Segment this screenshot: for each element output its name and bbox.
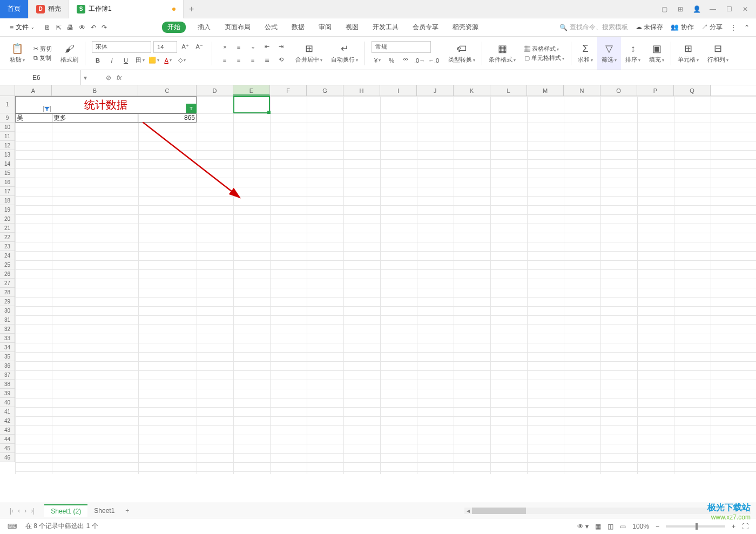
home-tab[interactable]: 首页 (0, 0, 29, 18)
share-button[interactable]: ↗ 分享 (701, 23, 723, 32)
row-14[interactable]: 14 (0, 159, 15, 168)
format-painter-button[interactable]: 🖌格式刷 (56, 37, 83, 70)
col-D[interactable]: D (197, 85, 233, 96)
row-33[interactable]: 33 (0, 334, 15, 343)
align-mid-icon[interactable]: ≡ (233, 42, 245, 52)
sheet-tab-1[interactable]: Sheet1 (2) (44, 504, 87, 517)
file-menu[interactable]: ≡ 文件 ⌄ (6, 21, 38, 34)
zoom-in-icon[interactable]: + (732, 523, 735, 530)
indent-right-icon[interactable]: ⇥ (275, 42, 287, 52)
tab-view[interactable]: 视图 (343, 22, 361, 33)
tab-formula[interactable]: 公式 (262, 22, 280, 33)
more-icon[interactable]: ⋮ (730, 24, 737, 31)
font-name-select[interactable]: 宋体 (92, 41, 151, 53)
minimize-button[interactable]: — (708, 5, 717, 13)
filter-button[interactable]: ▽筛选 (597, 37, 621, 70)
row-19[interactable]: 19 (0, 205, 15, 214)
col-P[interactable]: P (637, 85, 674, 96)
dec-dec-icon[interactable]: ←.0 (428, 55, 440, 66)
row-28[interactable]: 28 (0, 288, 15, 297)
cell-A9[interactable]: 吴 (16, 114, 52, 122)
row-15[interactable]: 15 (0, 168, 15, 178)
new-tab-button[interactable]: + (184, 4, 200, 14)
col-M[interactable]: M (527, 85, 564, 96)
row-11[interactable]: 11 (0, 132, 15, 141)
name-dropdown-icon[interactable]: ▾ (81, 74, 90, 82)
cell-C9[interactable]: 865 (138, 114, 196, 122)
row-22[interactable]: 22 (0, 233, 15, 242)
row-29[interactable]: 29 (0, 297, 15, 306)
zoom-value[interactable]: 100% (632, 523, 649, 530)
horizontal-scrollbar[interactable]: ◂ (464, 508, 751, 514)
workbook-tab[interactable]: S 工作簿1 (69, 0, 184, 18)
italic-icon[interactable]: I (106, 55, 118, 66)
input-mode-icon[interactable]: ⌨ (8, 523, 17, 530)
col-C[interactable]: C (138, 85, 197, 96)
font-color-icon[interactable]: A (162, 55, 174, 66)
sum-button[interactable]: Σ求和 (573, 37, 597, 70)
daoke-tab[interactable]: D稻壳 (29, 0, 69, 18)
row-1[interactable]: 1 (0, 96, 15, 113)
row-31[interactable]: 31 (0, 315, 15, 325)
merge-button[interactable]: ⊞合并居中 (291, 37, 327, 70)
row-20[interactable]: 20 (0, 214, 15, 224)
sheet-next-icon[interactable]: › (24, 507, 26, 515)
view-break-icon[interactable]: ▭ (620, 523, 626, 530)
tab-daoke[interactable]: 稻壳资源 (450, 22, 481, 33)
collapse-ribbon-icon[interactable]: ⌃ (744, 24, 750, 31)
row-17[interactable]: 17 (0, 187, 15, 196)
apps-icon[interactable]: ⊞ (676, 5, 685, 13)
name-box[interactable]: E6 (0, 70, 81, 85)
sheet-last-icon[interactable]: ›| (31, 507, 35, 515)
row-18[interactable]: 18 (0, 196, 15, 205)
avatar-icon[interactable]: 👤 (692, 5, 701, 13)
tab-data[interactable]: 数据 (289, 22, 307, 33)
row-42[interactable]: 42 (0, 416, 15, 425)
percent-icon[interactable]: % (386, 55, 397, 66)
select-all-corner[interactable] (0, 85, 15, 96)
row-46[interactable]: 46 (0, 453, 15, 462)
sort-button[interactable]: ↕排序 (621, 37, 645, 70)
row-32[interactable]: 32 (0, 325, 15, 334)
zoom-slider[interactable] (666, 525, 725, 528)
clear-format-icon[interactable]: ◇ (176, 55, 188, 66)
col-K[interactable]: K (454, 85, 490, 96)
maximize-button[interactable]: ☐ (725, 5, 733, 13)
row-9[interactable]: 9 (0, 113, 15, 123)
row-30[interactable]: 30 (0, 306, 15, 315)
table-style-button[interactable]: ▦ 表格样式 (524, 45, 559, 53)
view-normal-icon[interactable]: ▦ (595, 523, 601, 530)
tab-review[interactable]: 审阅 (316, 22, 334, 33)
align-top-icon[interactable]: ⌅ (219, 42, 231, 52)
row-25[interactable]: 25 (0, 260, 15, 269)
undo-icon[interactable]: ↶ (91, 24, 96, 31)
row-12[interactable]: 12 (0, 141, 15, 150)
fill-color-icon[interactable]: 🟨 (148, 55, 160, 66)
rowcol-button[interactable]: ⊟行和列 (703, 37, 733, 70)
cell-title[interactable]: 统计数据 (15, 96, 197, 113)
underline-icon[interactable]: U (120, 55, 132, 66)
fx-icon[interactable]: fx (117, 74, 122, 82)
cond-format-button[interactable]: ▦条件格式 (484, 37, 520, 70)
increase-font-icon[interactable]: A⁺ (179, 42, 191, 52)
row-24[interactable]: 24 (0, 251, 15, 260)
fill-button[interactable]: ▣填充 (645, 37, 669, 70)
wrap-button[interactable]: ↵自动换行 (327, 37, 362, 70)
cells-area[interactable]: 统计数据 T 吴 更多 865 (15, 96, 756, 474)
sheet-first-icon[interactable]: |‹ (10, 507, 14, 515)
eye-icon[interactable]: 👁 ▾ (577, 523, 589, 530)
row-34[interactable]: 34 (0, 343, 15, 352)
fullscreen-icon[interactable]: ⛶ (742, 523, 748, 530)
decrease-font-icon[interactable]: A⁻ (193, 42, 205, 52)
align-bot-icon[interactable]: ⌄ (247, 42, 259, 52)
row-40[interactable]: 40 (0, 398, 15, 407)
align-center-icon[interactable]: ≡ (233, 55, 245, 65)
dec-inc-icon[interactable]: .0→ (414, 55, 426, 66)
sheet-tab-2[interactable]: Sheet1 (87, 504, 121, 517)
row-26[interactable]: 26 (0, 269, 15, 279)
preview-icon[interactable]: 👁 (79, 24, 85, 31)
tab-member[interactable]: 会员专享 (410, 22, 441, 33)
redo-icon[interactable]: ↷ (102, 24, 107, 31)
row-23[interactable]: 23 (0, 242, 15, 251)
col-H[interactable]: H (343, 85, 380, 96)
